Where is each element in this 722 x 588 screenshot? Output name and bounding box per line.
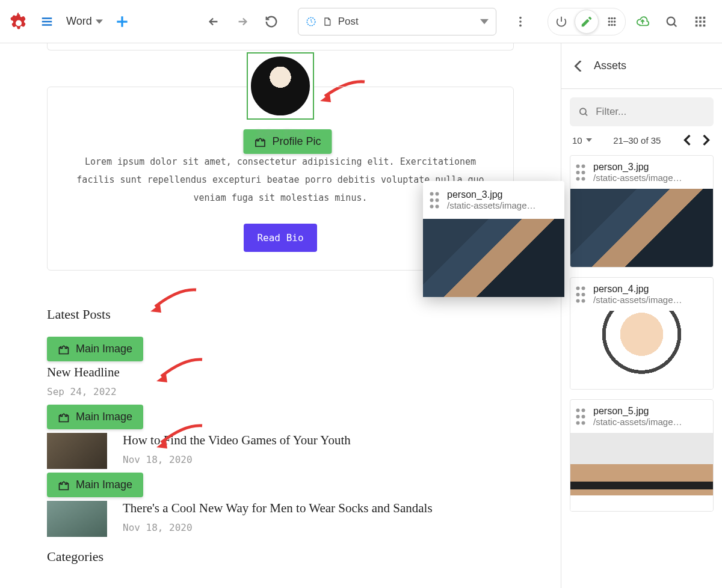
asset-name: person_5.jpg [593, 406, 682, 417]
svg-point-2 [519, 20, 522, 23]
drag-handle-icon[interactable] [575, 164, 586, 182]
svg-point-1 [519, 16, 522, 19]
svg-rect-17 [696, 20, 698, 23]
svg-point-13 [667, 17, 675, 25]
svg-rect-14 [696, 16, 698, 19]
asset-path: /static-assets/image… [593, 295, 682, 305]
categories-title: Categories [47, 549, 561, 565]
pager-prev-button[interactable] [682, 135, 693, 145]
page-label: Post [338, 16, 474, 28]
create-new-button[interactable] [110, 10, 134, 34]
edit-mode-button[interactable] [575, 10, 599, 34]
preview-content: Profile Pic John Doe Lorem ipsum dolor s… [0, 43, 561, 588]
svg-point-12 [614, 23, 616, 26]
svg-point-3 [519, 24, 522, 26]
asset-path: /static-assets/image… [593, 417, 682, 427]
page-selector[interactable]: Post [298, 8, 496, 35]
asset-pager: 10 21–30 of 35 [572, 135, 711, 145]
asset-card[interactable]: person_5.jpg /static-assets/image… [570, 399, 714, 512]
drag-handle-icon[interactable] [575, 408, 586, 426]
asset-thumbnail [423, 219, 564, 297]
svg-point-48 [430, 198, 434, 202]
svg-point-7 [608, 20, 611, 23]
right-tools [548, 8, 712, 35]
profile-pic-dropzone[interactable] [247, 52, 314, 120]
page-size-select[interactable]: 10 [572, 135, 592, 145]
svg-point-41 [582, 408, 585, 412]
svg-rect-22 [703, 24, 706, 26]
panel-title: Assets [594, 60, 626, 72]
asset-name: person_4.jpg [593, 284, 682, 295]
svg-rect-20 [696, 24, 698, 26]
publish-button[interactable] [631, 10, 655, 34]
svg-point-4 [608, 17, 611, 19]
svg-rect-19 [703, 20, 706, 23]
asset-name: person_3.jpg [593, 162, 682, 173]
more-menu-button[interactable] [508, 10, 532, 34]
post-date: Nov 18, 2020 [123, 522, 433, 533]
svg-point-43 [582, 415, 585, 418]
svg-point-47 [436, 192, 439, 195]
search-icon [578, 106, 588, 118]
asset-path: /static-assets/image… [447, 200, 536, 210]
asset-card[interactable]: person_4.jpg /static-assets/image… [570, 277, 714, 390]
dropzone-label-main-image[interactable]: Main Image [47, 473, 143, 497]
svg-point-31 [582, 171, 585, 174]
castle-icon [58, 479, 70, 491]
asset-thumbnail [570, 311, 713, 389]
svg-point-10 [608, 23, 611, 26]
page-range: 21–30 of 35 [613, 135, 661, 145]
chevron-down-icon [96, 18, 103, 25]
read-bio-button[interactable]: Read Bio [244, 224, 316, 252]
post-title: How to Find the Video Games of Your Yout… [123, 433, 351, 448]
preview-mode-select[interactable]: Word [66, 15, 103, 28]
drag-handle-icon[interactable] [575, 286, 586, 304]
castle-icon [58, 343, 70, 355]
svg-rect-15 [699, 16, 702, 19]
drag-handle-icon[interactable] [429, 191, 440, 209]
nav-forward-button[interactable] [230, 10, 255, 34]
svg-point-11 [611, 23, 613, 26]
asset-card[interactable]: person_3.jpg /static-assets/image… [570, 155, 714, 268]
post-item[interactable]: There's a Cool New Way for Men to Wear S… [47, 501, 561, 537]
filter-box[interactable] [570, 97, 714, 126]
post-item[interactable]: How to Find the Video Games of Your Yout… [47, 433, 561, 469]
dropzone-label-main-image[interactable]: Main Image [47, 337, 143, 361]
svg-point-5 [611, 17, 613, 19]
svg-point-27 [580, 108, 586, 114]
svg-point-38 [576, 299, 580, 302]
app-logo-icon [10, 13, 28, 31]
search-button[interactable] [659, 10, 683, 34]
menu-button[interactable] [35, 10, 59, 34]
svg-point-45 [582, 421, 585, 424]
post-thumb [47, 433, 107, 469]
latest-posts-title: Latest Posts [47, 307, 561, 322]
chevron-down-icon [480, 17, 489, 26]
svg-point-46 [430, 192, 434, 195]
post-item[interactable]: New Headline Sep 24, 2022 [47, 365, 561, 401]
pager-next-button[interactable] [700, 135, 711, 145]
svg-point-35 [582, 286, 585, 290]
svg-point-50 [430, 204, 434, 208]
assets-panel: Assets 10 21–30 of 35 [561, 43, 722, 588]
svg-point-37 [582, 293, 585, 296]
profile-pic [249, 55, 312, 117]
chevron-left-icon[interactable] [573, 61, 584, 72]
svg-point-42 [576, 415, 580, 418]
timer-icon [306, 16, 316, 27]
post-title: New Headline [47, 365, 120, 380]
svg-point-29 [582, 164, 585, 168]
dropzone-label-main-image[interactable]: Main Image [47, 405, 143, 429]
move-mode-button[interactable] [600, 10, 624, 34]
preview-mode-label: Word [66, 15, 92, 28]
reload-button[interactable] [259, 10, 283, 34]
filter-input[interactable] [596, 106, 705, 118]
power-off-button[interactable] [549, 10, 573, 34]
asset-path: /static-assets/image… [593, 173, 682, 183]
dragged-asset[interactable]: person_3.jpg /static-assets/image… [423, 181, 564, 297]
apps-button[interactable] [688, 10, 712, 34]
nav-back-button[interactable] [202, 10, 226, 34]
svg-point-28 [576, 164, 580, 168]
asset-thumbnail [570, 189, 713, 267]
svg-point-33 [582, 177, 585, 180]
